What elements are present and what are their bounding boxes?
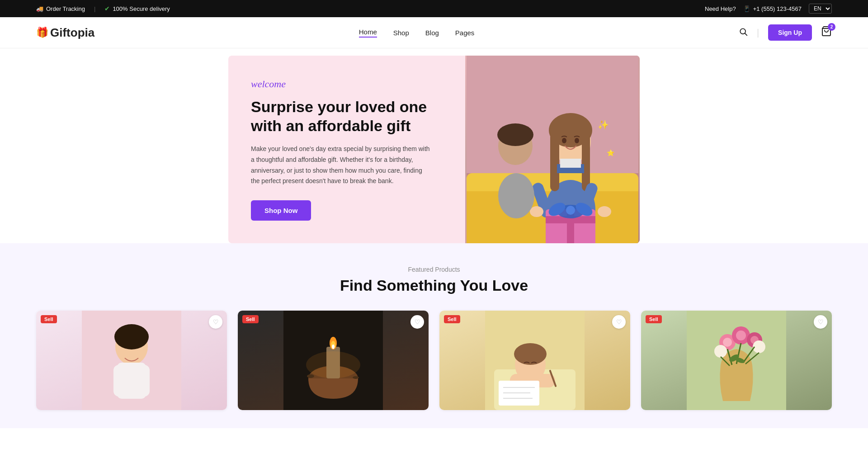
svg-rect-12 — [582, 132, 590, 191]
svg-point-60 — [723, 338, 732, 347]
nav-shop[interactable]: Shop — [393, 29, 409, 37]
nav-pages[interactable]: Pages — [455, 29, 475, 37]
hero-content: welcome Surprise your loved one with an … — [228, 56, 465, 243]
product-badge: Sell — [242, 315, 259, 323]
product-card: Sell ♡ — [36, 311, 227, 410]
hero-photo: ✨ ⭐ — [465, 56, 640, 243]
featured-label: Featured Products — [36, 266, 832, 273]
cart-count: 2 — [828, 23, 835, 31]
phone-icon: 📱 — [743, 5, 750, 12]
phone-number[interactable]: 📱 +1 (555) 123-4567 — [743, 5, 802, 12]
product-badge: Sell — [444, 315, 460, 323]
top-bar-left: 🚚 Order Tracking | ✔ 100% Secure deliver… — [36, 5, 170, 12]
product-image — [238, 311, 429, 410]
svg-point-65 — [714, 345, 727, 358]
svg-point-45 — [306, 351, 360, 378]
truck-icon: 🚚 — [36, 5, 43, 12]
svg-point-66 — [753, 340, 765, 353]
svg-point-35 — [114, 324, 149, 349]
header-divider: | — [757, 28, 759, 38]
svg-point-44 — [332, 345, 335, 349]
cart-button[interactable]: 2 — [821, 26, 832, 39]
svg-rect-11 — [550, 132, 559, 191]
logo[interactable]: 🎁 Giftopia — [36, 26, 94, 40]
products-grid: Sell ♡ — [36, 311, 832, 410]
product-heart-button[interactable]: ♡ — [814, 315, 827, 329]
hero-image: ✨ ⭐ — [465, 56, 640, 243]
svg-rect-14 — [560, 159, 581, 168]
product-heart-button[interactable]: ♡ — [410, 315, 424, 329]
product-card: Sell ♡ — [641, 311, 832, 410]
order-tracking[interactable]: 🚚 Order Tracking — [36, 5, 85, 12]
shield-icon: ✔ — [104, 5, 110, 12]
hero-title: Surprise your loved one with an affordab… — [251, 97, 443, 136]
search-icon[interactable] — [739, 27, 748, 38]
svg-rect-38 — [138, 365, 150, 396]
logo-text: Giftopia — [50, 26, 94, 40]
svg-rect-37 — [113, 365, 125, 396]
svg-point-46 — [307, 374, 314, 378]
product-image — [439, 311, 630, 410]
svg-point-29 — [562, 138, 566, 143]
hero-section: welcome Surprise your loved one with an … — [0, 48, 868, 243]
sign-up-button[interactable]: Sign Up — [768, 24, 812, 41]
hero-banner: welcome Surprise your loved one with an … — [228, 56, 640, 243]
svg-point-51 — [514, 343, 547, 365]
hero-welcome-text: welcome — [251, 78, 443, 90]
svg-line-1 — [745, 33, 747, 35]
svg-text:⭐: ⭐ — [607, 149, 615, 157]
product-card: Sell ♡ — [439, 311, 630, 410]
svg-point-26 — [498, 173, 534, 218]
header: 🎁 Giftopia Home Shop Blog Pages | Sign U… — [0, 17, 868, 48]
gift-icon: 🎁 — [36, 27, 48, 38]
header-actions: | Sign Up 2 — [739, 24, 832, 41]
shop-now-button[interactable]: Shop Now — [251, 200, 311, 221]
svg-point-18 — [598, 206, 611, 217]
product-heart-button[interactable]: ♡ — [209, 315, 222, 329]
svg-point-30 — [575, 138, 579, 143]
product-badge: Sell — [41, 315, 57, 323]
svg-text:✨: ✨ — [598, 119, 609, 130]
svg-point-17 — [530, 206, 543, 217]
product-heart-button[interactable]: ♡ — [612, 315, 626, 329]
featured-header: Featured Products Find Something You Lov… — [36, 266, 832, 294]
product-card: Sell ♡ — [238, 311, 429, 410]
svg-point-62 — [736, 330, 746, 340]
product-image — [36, 311, 227, 410]
secure-delivery: ✔ 100% Secure delivery — [104, 5, 170, 12]
featured-section: Featured Products Find Something You Lov… — [0, 243, 868, 428]
main-nav: Home Shop Blog Pages — [359, 28, 475, 38]
top-bar-right: Need Help? 📱 +1 (555) 123-4567 EN FR DE — [705, 4, 832, 14]
svg-point-28 — [497, 123, 533, 146]
language-selector[interactable]: EN FR DE — [809, 4, 832, 14]
nav-home[interactable]: Home — [359, 28, 377, 38]
nav-blog[interactable]: Blog — [425, 29, 439, 37]
product-image — [641, 311, 832, 410]
svg-point-47 — [353, 376, 359, 379]
divider: | — [94, 5, 95, 12]
svg-point-25 — [566, 206, 575, 215]
hero-description: Make your loved one's day extra special … — [251, 144, 432, 187]
product-badge: Sell — [646, 315, 662, 323]
featured-title: Find Something You Love — [36, 277, 832, 294]
top-bar: 🚚 Order Tracking | ✔ 100% Secure deliver… — [0, 0, 868, 17]
